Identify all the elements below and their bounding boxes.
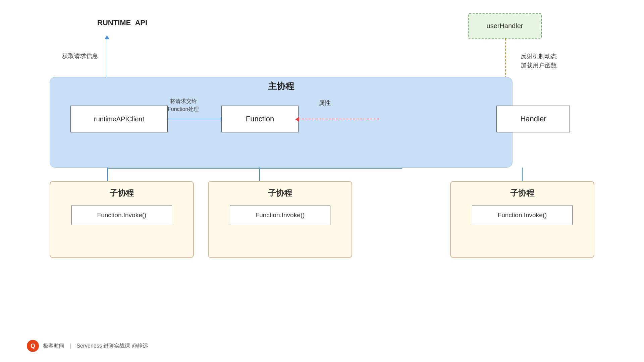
request-to-function-label: 将请求交给 Function处理 xyxy=(168,97,199,113)
sub-coroutine-center: 子协程 Function.Invoke() xyxy=(208,181,352,258)
reflect-label: 反射机制动态 加载用户函数 xyxy=(521,52,557,70)
arrow-up-runtime-api xyxy=(107,39,107,79)
get-request-label: 获取请求信息 xyxy=(62,52,98,60)
footer: Q 极客时间 | Serverless 进阶实战课 @静远 xyxy=(27,340,148,352)
arrow-client-to-function xyxy=(168,119,221,119)
arrow-handler-to-function xyxy=(299,119,379,119)
brand-logo: Q xyxy=(27,340,39,352)
course-name: Serverless 进阶实战课 @静远 xyxy=(76,343,148,350)
sub-coroutine-right: 子协程 Function.Invoke() xyxy=(450,181,594,258)
arrow-down-center xyxy=(259,168,260,182)
sub-coroutine-left: 子协程 Function.Invoke() xyxy=(50,181,194,258)
invoke-box-left: Function.Invoke() xyxy=(71,205,172,225)
brand-name: 极客时间 xyxy=(43,343,64,350)
footer-divider: | xyxy=(70,343,71,349)
sub-coroutine-right-title: 子协程 xyxy=(510,188,534,198)
handler-box: Handler xyxy=(496,106,570,132)
attribute-label: 属性 xyxy=(319,99,331,107)
sub-coroutine-center-title: 子协程 xyxy=(268,188,292,198)
main-coroutine-title: 主协程 xyxy=(50,80,513,92)
invoke-box-center: Function.Invoke() xyxy=(230,205,330,225)
arrow-down-left xyxy=(107,168,108,182)
diagram-container: RUNTIME_API 获取请求信息 userHandler 反射机制动态 加载… xyxy=(0,0,644,362)
function-box: Function xyxy=(221,106,299,132)
h-line-left xyxy=(108,168,259,169)
invoke-box-right: Function.Invoke() xyxy=(472,205,573,225)
arrow-down-right xyxy=(522,168,523,182)
sub-coroutine-left-title: 子协程 xyxy=(110,188,134,198)
runtime-api-client-box: runtimeAPIClient xyxy=(70,106,168,132)
h-line-right xyxy=(260,168,402,169)
runtime-api-label: RUNTIME_API xyxy=(97,18,147,27)
user-handler-box: userHandler xyxy=(468,13,542,39)
